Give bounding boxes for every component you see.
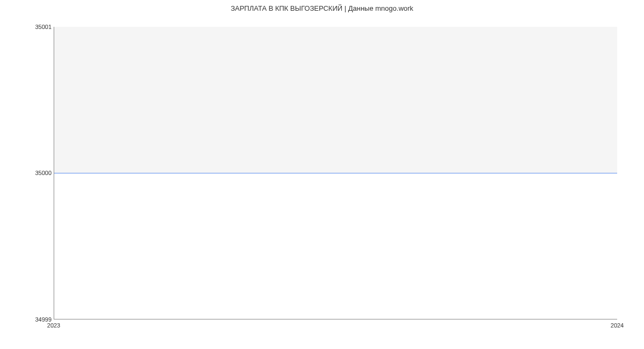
shaded-region [54,27,617,173]
y-tick-label: 35001 [35,24,52,30]
x-tick-label: 2024 [611,322,624,329]
plot-area [54,27,617,319]
data-line [54,173,617,173]
y-tick-label: 35000 [35,170,52,176]
chart-container: ЗАРПЛАТА В КПК ВЫГОЗЕРСКИЙ | Данные mnog… [0,0,644,349]
chart-title: ЗАРПЛАТА В КПК ВЫГОЗЕРСКИЙ | Данные mnog… [0,4,644,12]
x-tick-label: 2023 [47,322,60,329]
